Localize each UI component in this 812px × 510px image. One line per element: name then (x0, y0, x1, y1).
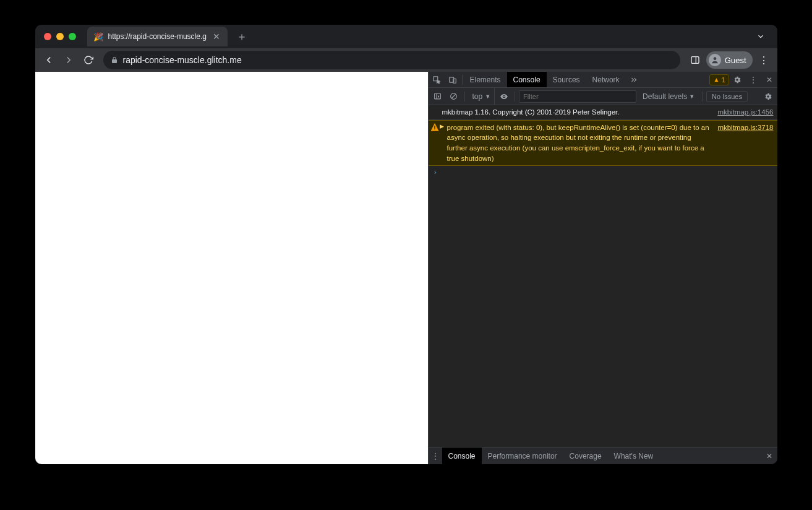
drawer-tab-coverage[interactable]: Coverage (563, 447, 608, 464)
svg-line-9 (451, 94, 456, 98)
expand-caret-icon[interactable]: ▶ (440, 123, 444, 131)
profile-label: Guest (725, 56, 746, 65)
console-toolbar: top ▼ Default levels ▼ No Issues (429, 88, 777, 105)
close-window-button[interactable] (44, 33, 51, 40)
url-text: rapid-concise-muscle.glitch.me (123, 55, 242, 65)
issues-button[interactable]: No Issues (706, 91, 748, 102)
execution-context-selector[interactable]: top ▼ (469, 88, 495, 105)
live-expression-button[interactable] (497, 88, 511, 105)
console-message: ! ▶ program exited (with status: 0), but… (429, 120, 777, 166)
svg-rect-6 (435, 93, 441, 99)
side-panel-button[interactable] (686, 51, 704, 69)
message-text: mkbitmap 1.16. Copyright (C) 2001-2019 P… (442, 107, 713, 118)
warnings-badge[interactable]: ▲ 1 (709, 74, 729, 85)
avatar-icon (709, 54, 721, 66)
browser-tab[interactable]: 🎉 https://rapid-concise-muscle.g ✕ (87, 27, 228, 46)
browser-toolbar: rapid-concise-muscle.glitch.me Guest ⋮ (35, 48, 777, 72)
more-tabs-button[interactable] (626, 72, 642, 87)
clear-console-button[interactable] (447, 88, 461, 105)
drawer-tab-console[interactable]: Console (442, 447, 482, 464)
drawer-tab-whats-new[interactable]: What's New (608, 447, 660, 464)
warning-icon: ! (431, 123, 439, 131)
new-tab-button[interactable]: ＋ (236, 29, 247, 44)
devtools-drawer: ⋮ Console Performance monitor Coverage W… (429, 447, 777, 464)
favicon-icon: 🎉 (93, 32, 103, 41)
page-viewport[interactable] (35, 72, 428, 464)
drawer-menu-button[interactable]: ⋮ (429, 447, 442, 464)
device-toolbar-button[interactable] (445, 72, 461, 87)
minimize-window-button[interactable] (56, 33, 64, 40)
log-levels-selector[interactable]: Default levels ▼ (639, 92, 698, 101)
console-prompt[interactable]: › (429, 166, 777, 179)
warning-count: 1 (721, 76, 725, 84)
tab-title: https://rapid-concise-muscle.g (108, 32, 207, 41)
console-message: mkbitmap 1.16. Copyright (C) 2001-2019 P… (429, 105, 777, 120)
message-text: program exited (with status: 0), but kee… (447, 123, 713, 164)
message-source-link[interactable]: mkbitmap.js:3718 (712, 123, 773, 133)
devtools-close-button[interactable]: ✕ (761, 72, 777, 87)
window-controls (41, 33, 81, 40)
back-button[interactable] (40, 51, 58, 69)
reload-button[interactable] (80, 51, 97, 69)
drawer-close-button[interactable]: ✕ (761, 447, 777, 464)
console-settings-button[interactable] (761, 88, 775, 105)
browser-menu-button[interactable]: ⋮ (755, 54, 772, 66)
console-message-list: mkbitmap 1.16. Copyright (C) 2001-2019 P… (429, 105, 777, 447)
svg-point-10 (503, 95, 505, 97)
lock-icon (111, 56, 118, 64)
drawer-tab-performance-monitor[interactable]: Performance monitor (482, 447, 563, 464)
devtools-settings-button[interactable] (729, 72, 745, 87)
devtools-menu-button[interactable]: ⋮ (745, 72, 761, 87)
maximize-window-button[interactable] (69, 33, 76, 40)
content-area: Elements Console Sources Network ▲ 1 ⋮ (35, 72, 777, 464)
tab-network[interactable]: Network (586, 72, 626, 87)
inspect-element-button[interactable] (429, 72, 445, 87)
svg-rect-0 (691, 57, 699, 64)
profile-button[interactable]: Guest (706, 51, 753, 69)
close-tab-button[interactable]: ✕ (212, 32, 221, 41)
console-filter-input[interactable] (519, 90, 636, 103)
tab-console[interactable]: Console (507, 72, 547, 87)
devtools-tabbar: Elements Console Sources Network ▲ 1 ⋮ (429, 72, 777, 88)
tab-elements[interactable]: Elements (464, 72, 507, 87)
tab-strip: 🎉 https://rapid-concise-muscle.g ✕ ＋ (35, 25, 777, 48)
tab-search-button[interactable] (750, 32, 771, 41)
forward-button[interactable] (60, 51, 77, 69)
address-bar[interactable]: rapid-concise-muscle.glitch.me (103, 51, 680, 69)
devtools-panel: Elements Console Sources Network ▲ 1 ⋮ (428, 72, 777, 464)
warning-triangle-icon: ▲ (713, 76, 719, 83)
browser-window: 🎉 https://rapid-concise-muscle.g ✕ ＋ rap… (35, 25, 777, 464)
tab-sources[interactable]: Sources (547, 72, 586, 87)
svg-point-2 (713, 57, 716, 60)
message-source-link[interactable]: mkbitmap.js:1456 (712, 107, 773, 118)
console-sidebar-toggle[interactable] (431, 88, 445, 105)
